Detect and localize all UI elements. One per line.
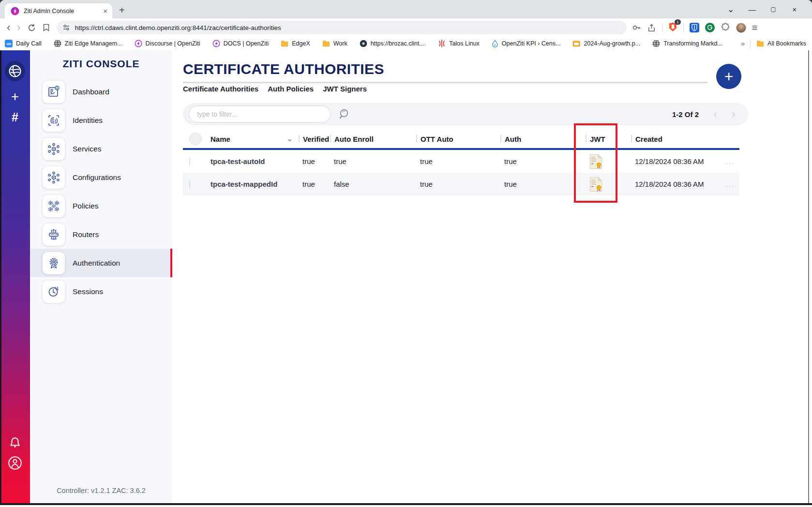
ca-name[interactable]: tpca-test-autoId [208,157,299,165]
site-settings-icon [62,24,70,31]
sidebar-item-label: Services [73,145,101,153]
globe-icon [652,40,660,47]
tab-certificate-authorities[interactable]: Certificate Authorities [183,85,258,93]
verified-value: true [299,157,330,165]
sidebar-item-authentication[interactable]: Authentication [30,249,172,277]
row-checkbox[interactable] [189,179,190,189]
bookmark-transforming-markdown[interactable]: Transforming Markd... [652,40,722,47]
bookmark-ziti-edge[interactable]: Ziti Edge Managem... [54,40,122,47]
row-menu-icon[interactable]: ... [721,157,739,166]
all-bookmarks-button[interactable]: All Bookmarks [756,40,806,47]
browser-toolbar: ‹ › https://ctrl.cdaws.clint.demo.openzi… [0,18,812,37]
openziti-icon [212,40,220,47]
page-prev-icon[interactable]: ‹ [713,108,717,120]
quick-rail: + # [0,50,30,505]
browser-titlebar: Ziti Admin Console × + ⌄ — ▢ × [0,0,812,18]
column-name[interactable]: Name⌄ [208,134,299,143]
sort-chevron-icon[interactable]: ⌄ [286,134,293,143]
back-button[interactable]: ‹ [7,22,10,33]
bookmark-daily-call[interactable]: zm Daily Call [5,40,42,47]
share-icon[interactable] [647,23,656,32]
fingerprint-icon [43,109,65,132]
divider [750,39,751,48]
table-row[interactable]: tpca-test-autoId true true true true 12/… [183,150,739,173]
sidebar-item-label: Configurations [73,173,121,182]
column-created[interactable]: Created [631,135,721,143]
sidebar-item-label: Routers [73,230,99,239]
select-all-checkbox[interactable] [189,133,202,145]
table-row[interactable]: tpca-test-mappedId true false true true … [183,173,739,195]
brave-shield-button[interactable]: 1 [668,22,677,34]
add-certificate-authority-button[interactable]: + [716,64,741,89]
bookmark-2024-aug-growth[interactable]: 2024-Aug-growth.p... [572,40,640,47]
tab-search-icon[interactable]: ⌄ [720,4,741,15]
ca-table: Name⌄ Verified Auto Enroll OTT Auto Auth… [183,130,739,195]
column-divider [299,135,300,143]
tab-jwt-signers[interactable]: JWT Signers [323,85,367,93]
sidebar-item-sessions[interactable]: Sessions [30,277,172,306]
close-button[interactable]: × [784,5,805,14]
column-auth[interactable]: Auth [500,135,586,143]
address-bar[interactable]: https://ctrl.cdaws.clint.demo.openziti.o… [57,21,627,34]
bookmark-discourse-openziti[interactable]: Discourse | OpenZiti [135,40,200,47]
sidebar-item-label: Authentication [73,259,120,268]
url-text: https://ctrl.cdaws.clint.demo.openziti.o… [75,24,281,31]
reload-button[interactable] [28,24,36,32]
column-ott-auto[interactable]: OTT Auto [416,135,500,143]
page-next-icon[interactable]: › [732,108,736,120]
ott-auto-value: true [416,157,500,165]
bookmark-work-folder[interactable]: Work [322,40,347,47]
folder-icon [756,40,764,47]
notifications-bell-icon[interactable] [9,436,21,449]
bookmark-talos-linux[interactable]: Talos Linux [438,40,480,47]
password-key-icon[interactable] [632,23,641,32]
bookmarks-overflow-icon[interactable]: » [741,40,744,47]
plus-icon: + [724,69,734,84]
filter-input[interactable] [189,105,331,123]
bookmark-openziti-kpi[interactable]: OpenZiti KPI › Cens... [492,40,561,47]
search-button[interactable] [338,108,351,120]
bookmark-brozac[interactable]: https://brozac.clint.... [360,40,426,47]
bitwarden-extension-icon[interactable] [690,23,699,32]
reload-icon [28,24,36,32]
rail-add-button[interactable]: + [11,89,19,104]
bookmark-docs-openziti[interactable]: DOCS | OpenZiti [212,40,269,47]
profile-avatar[interactable] [736,23,746,33]
account-icon[interactable] [8,456,22,470]
bookmark-edgex-folder[interactable]: EdgeX [281,40,310,47]
sidebar-item-routers[interactable]: Routers [30,220,172,249]
ca-name[interactable]: tpca-test-mappedId [208,180,299,188]
forward-button[interactable]: › [17,22,20,33]
browser-tab[interactable]: Ziti Admin Console × [5,3,112,18]
maximize-button[interactable]: ▢ [763,6,784,13]
page-scrollbar[interactable] [808,50,812,505]
clock-icon [43,281,65,303]
sidebar-item-identities[interactable]: Identities [30,106,172,134]
tab-close-icon[interactable]: × [103,7,107,15]
version-label: Controller: v1.2.1 ZAC: 3.6.2 [30,487,172,494]
jwt-column-annotation-box [574,123,617,203]
new-tab-button[interactable]: + [119,5,125,16]
sidebar-item-policies[interactable]: Policies [30,192,172,220]
column-verified[interactable]: Verified [299,135,330,143]
row-menu-icon[interactable]: ... [721,179,739,189]
main-content: CERTIFICATE AUTHORITIES + Certificate Au… [172,50,812,505]
grammarly-extension-icon[interactable] [705,23,715,32]
rail-hash-button[interactable]: # [12,110,18,124]
bookmark-this-button[interactable] [43,24,50,31]
ziti-favicon-icon [11,7,19,15]
sidebar-item-dashboard[interactable]: Dashboard [30,77,172,106]
column-auto-enroll[interactable]: Auto Enroll [330,135,416,143]
sidebar-item-configurations[interactable]: Configurations [30,163,172,192]
tab-auth-policies[interactable]: Auth Policies [268,85,314,93]
extensions-puzzle-icon[interactable] [721,23,730,32]
shield-badge: 1 [675,19,680,25]
minimize-button[interactable]: — [741,5,763,14]
browser-window: Ziti Admin Console × + ⌄ — ▢ × ‹ › https… [0,0,812,507]
bookmarks-bar: zm Daily Call Ziti Edge Managem... Disco… [0,37,812,50]
browser-menu-icon[interactable]: ≡ [752,22,758,33]
talos-icon [438,40,446,47]
sidebar-item-services[interactable]: Services [30,134,172,163]
ziti-logo-button[interactable] [5,61,25,81]
row-checkbox[interactable] [189,157,190,166]
